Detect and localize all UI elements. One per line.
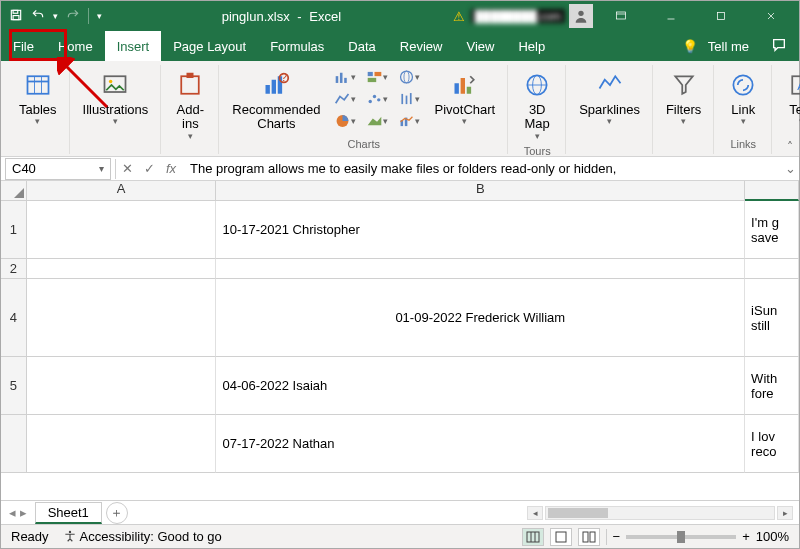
cell-A4[interactable] <box>27 279 217 357</box>
map-chart-icon[interactable]: ▾ <box>398 67 420 87</box>
app-name-label: Excel <box>309 9 341 24</box>
row-header-4[interactable]: 4 <box>1 279 27 357</box>
tab-page-layout[interactable]: Page Layout <box>161 31 258 61</box>
sparklines-button[interactable]: Sparklines▾ <box>575 67 644 129</box>
col-header-A[interactable]: A <box>27 181 217 201</box>
svg-point-31 <box>373 95 376 98</box>
tab-review[interactable]: Review <box>388 31 455 61</box>
svg-rect-6 <box>718 13 725 20</box>
name-box[interactable]: C40 ▾ <box>5 158 111 180</box>
save-icon[interactable] <box>9 8 23 25</box>
text-button[interactable]: A Text▾ <box>781 67 800 129</box>
3d-map-button[interactable]: 3D Map▾ <box>517 67 557 143</box>
link-button[interactable]: Link▾ <box>723 67 763 129</box>
cell-B1[interactable]: 10-17-2021 Christopher <box>216 201 745 259</box>
tab-formulas[interactable]: Formulas <box>258 31 336 61</box>
row-header-2[interactable]: 2 <box>1 259 27 279</box>
combo-chart-icon[interactable]: ▾ <box>398 111 420 131</box>
qat-customize-icon[interactable]: ▾ <box>97 11 102 21</box>
row-header-1[interactable]: 1 <box>1 201 27 259</box>
col-header-C[interactable] <box>745 181 799 201</box>
cell-B2[interactable] <box>216 259 745 279</box>
filters-button[interactable]: Filters▾ <box>662 67 705 129</box>
addins-button[interactable]: Add-ins▾ <box>170 67 210 143</box>
surface-chart-icon[interactable]: ▾ <box>366 111 388 131</box>
cancel-formula-icon[interactable]: ✕ <box>116 158 138 180</box>
undo-icon[interactable] <box>31 8 45 25</box>
chart-types-col2: ▾ ▾ ▾ <box>366 67 388 131</box>
redo-icon[interactable] <box>66 8 80 25</box>
close-button[interactable] <box>749 1 793 31</box>
cell-B6[interactable]: 07-17-2022 Nathan <box>216 415 745 473</box>
cell-B5[interactable]: 04-06-2022 Isaiah <box>216 357 745 415</box>
name-box-dropdown-icon[interactable]: ▾ <box>99 163 104 174</box>
fx-icon[interactable]: fx <box>160 158 182 180</box>
scroll-right-icon[interactable]: ▸ <box>777 506 793 520</box>
filters-label: Filters <box>666 103 701 117</box>
cell-C1[interactable]: I'm g save <box>745 201 799 259</box>
illustrations-button[interactable]: Illustrations▾ <box>79 67 153 129</box>
horizontal-scrollbar[interactable]: ◂ ▸ <box>128 506 799 520</box>
comments-icon[interactable] <box>771 37 787 56</box>
links-group-label: Links <box>730 136 756 152</box>
line-chart-icon[interactable]: ▾ <box>334 89 356 109</box>
col-header-B[interactable]: B <box>216 181 745 201</box>
pivotchart-button[interactable]: PivotChart▾ <box>430 67 499 129</box>
collapse-ribbon-icon[interactable]: ˄ <box>787 140 793 154</box>
tellme-label[interactable]: Tell me <box>708 39 749 54</box>
filename-label: pinglun.xlsx <box>222 9 290 24</box>
zoom-in-icon[interactable]: + <box>742 529 750 544</box>
tab-view[interactable]: View <box>454 31 506 61</box>
select-all-corner[interactable] <box>1 181 27 201</box>
ribbon: Tables▾ Illustrations▾ Add-ins▾ <box>1 61 799 157</box>
row-header-6[interactable] <box>1 415 27 473</box>
tours-group-label: Tours <box>524 143 551 159</box>
tables-label: Tables <box>19 103 57 117</box>
accept-formula-icon[interactable]: ✓ <box>138 158 160 180</box>
cell-C5[interactable]: With fore <box>745 357 799 415</box>
ribbon-options-button[interactable] <box>599 1 643 31</box>
svg-point-32 <box>378 98 381 101</box>
maximize-button[interactable] <box>699 1 743 31</box>
expand-formula-bar-icon[interactable]: ⌄ <box>781 161 799 176</box>
page-break-view-icon[interactable] <box>578 528 600 546</box>
cell-C6[interactable]: I lov reco <box>745 415 799 473</box>
tables-button[interactable]: Tables▾ <box>15 67 61 129</box>
stock-chart-icon[interactable]: ▾ <box>398 89 420 109</box>
recommended-charts-button[interactable]: ? Recommended Charts <box>228 67 324 134</box>
page-layout-view-icon[interactable] <box>550 528 572 546</box>
user-account[interactable]: ████████.com <box>471 4 593 28</box>
svg-text:?: ? <box>281 71 287 83</box>
zoom-out-icon[interactable]: − <box>613 529 621 544</box>
new-sheet-button[interactable]: ＋ <box>106 502 128 524</box>
formula-input[interactable] <box>182 161 781 176</box>
cell-A6[interactable] <box>27 415 217 473</box>
tab-file[interactable]: File <box>1 31 46 61</box>
scroll-left-icon[interactable]: ◂ <box>527 506 543 520</box>
cell-B4[interactable]: 01-09-2022 Frederick William <box>216 279 745 357</box>
cell-A5[interactable] <box>27 357 217 415</box>
normal-view-icon[interactable] <box>522 528 544 546</box>
row-header-5[interactable]: 5 <box>1 357 27 415</box>
tab-insert[interactable]: Insert <box>105 31 162 61</box>
minimize-button[interactable] <box>649 1 693 31</box>
svg-point-46 <box>734 75 753 94</box>
tab-home[interactable]: Home <box>46 31 105 61</box>
zoom-slider[interactable] <box>626 535 736 539</box>
scatter-chart-icon[interactable]: ▾ <box>366 89 388 109</box>
cell-C4[interactable]: iSun still <box>745 279 799 357</box>
pie-chart-icon[interactable]: ▾ <box>334 111 356 131</box>
tab-help[interactable]: Help <box>506 31 557 61</box>
cell-A2[interactable] <box>27 259 217 279</box>
accessibility-status[interactable]: Accessibility: Good to go <box>63 529 222 544</box>
hierarchy-chart-icon[interactable]: ▾ <box>366 67 388 87</box>
sheet-tab-sheet1[interactable]: Sheet1 <box>35 502 102 524</box>
tab-data[interactable]: Data <box>336 31 387 61</box>
sheet-nav[interactable]: ◂ ▸ <box>1 505 35 520</box>
zoom-level-label[interactable]: 100% <box>756 529 789 544</box>
undo-dropdown-icon[interactable]: ▾ <box>53 11 58 21</box>
tellme-icon[interactable]: 💡 <box>682 39 698 54</box>
bar-chart-icon[interactable]: ▾ <box>334 67 356 87</box>
cell-C2[interactable] <box>745 259 799 279</box>
cell-A1[interactable] <box>27 201 217 259</box>
